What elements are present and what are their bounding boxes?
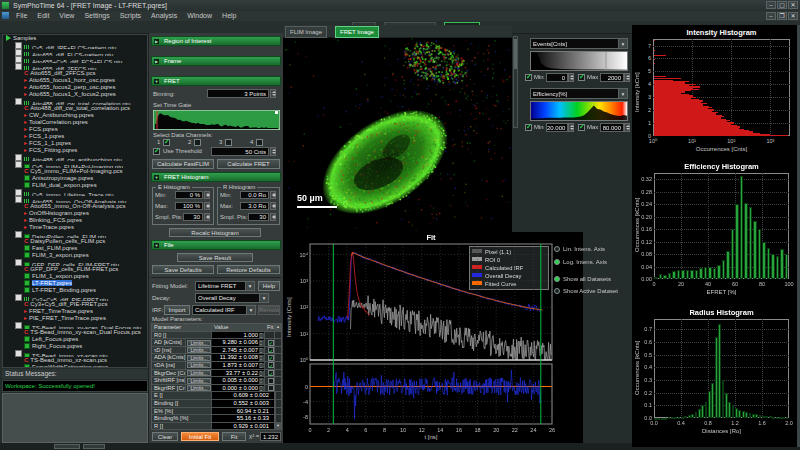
tree-item[interactable]: CCy3+Cy5_diff_PIE-FRET.pcs: [3, 301, 147, 308]
tree-item[interactable]: Atto655_diff_2FFCS.ptu: [3, 63, 147, 70]
maximize-icon[interactable]: ▢: [777, 1, 787, 9]
e-max-stepper[interactable]: [204, 202, 210, 210]
binning-field[interactable]: 3 Points: [207, 89, 269, 98]
menu-window[interactable]: Window: [187, 11, 212, 21]
tree-item[interactable]: ▸TotalCorrelation.pqres: [3, 119, 147, 126]
value-stepper[interactable]: [259, 363, 264, 369]
menu-settings[interactable]: Settings: [84, 11, 109, 21]
r-min-field[interactable]: 0.0 Ro: [240, 191, 269, 199]
calculate-fret-button[interactable]: Calculate FRET: [217, 159, 280, 169]
channel-1-checkbox[interactable]: [163, 139, 170, 146]
help-button[interactable]: Help: [258, 281, 280, 291]
threshold-field[interactable]: 50 Cnts: [211, 147, 269, 156]
fit-checkbox[interactable]: [268, 340, 274, 346]
value-stepper[interactable]: [259, 378, 264, 384]
events-min-stepper[interactable]: [568, 73, 574, 82]
fit-checkbox[interactable]: [268, 362, 274, 368]
menu-edit[interactable]: Edit: [37, 11, 49, 21]
limits-button[interactable]: Limits...: [187, 370, 211, 376]
show-active-dataset-radio[interactable]: [554, 288, 560, 294]
limits-button[interactable]: Limits...: [187, 378, 211, 384]
e-min-field[interactable]: 0 %: [175, 191, 203, 199]
tree-item[interactable]: ▸Atto655_focus1_horz_osc.pqres: [3, 77, 147, 84]
tree-item[interactable]: Atto488_diff_cw_total_correlation.ptu: [3, 98, 147, 105]
tree-item[interactable]: Cy5_diff_IRF+FLCS-pattern.ptu: [3, 42, 147, 49]
tree-item[interactable]: Atto488_diff_cw_antibunching.ptu: [3, 154, 147, 161]
time-gate-graph[interactable]: [153, 110, 280, 130]
efficiency-min-checkbox[interactable]: [525, 124, 532, 131]
tree-item[interactable]: CTS-Bead_immo_xy-scan_Dual Focus.pcs: [3, 329, 147, 336]
expand-box-icon[interactable]: [15, 154, 22, 161]
fit-checkbox[interactable]: [268, 347, 274, 353]
section-file[interactable]: ▼File: [151, 240, 281, 250]
scrollbar[interactable]: [513, 36, 518, 128]
tree-item[interactable]: FLIM_dual_expon.pqres: [3, 182, 147, 189]
efficiency-min-stepper[interactable]: [568, 123, 574, 132]
save-defaults-button[interactable]: Save Defaults: [152, 265, 214, 274]
section-region-of-interest[interactable]: ▶Region of Interest: [151, 36, 281, 46]
limits-button[interactable]: Limits...: [187, 347, 211, 353]
tree-item[interactable]: Cy3+Cy5_diff_PIE-FRET.ptu: [3, 294, 147, 301]
bottom-mini-tab[interactable]: [83, 444, 105, 449]
efficiency-scale-dropdown[interactable]: Efficiency[%]▼: [530, 88, 628, 99]
expand-box-icon[interactable]: [15, 231, 22, 238]
tree-item[interactable]: ▸FCS_Fitting.pqres: [3, 147, 147, 154]
tab-fret-image[interactable]: FRET Image: [335, 26, 379, 38]
expand-box-icon[interactable]: [15, 49, 22, 56]
use-threshold-checkbox[interactable]: [153, 148, 160, 155]
tree-item[interactable]: CGFP_DFP_cells_FLIM-FRET.pcs: [3, 266, 147, 273]
tree-item[interactable]: TS-Bead_immo_xz-scan.ptu: [3, 350, 147, 357]
mdi-restore-icon[interactable]: ❐: [777, 12, 787, 20]
show-all-datasets-radio[interactable]: [554, 276, 560, 282]
r-smpl-field[interactable]: 30: [248, 213, 269, 221]
e-smpl-field[interactable]: 30: [183, 213, 203, 221]
tree-item[interactable]: ▸Blinking_FCS.pqres: [3, 217, 147, 224]
limits-button[interactable]: Limits...: [187, 362, 211, 368]
fitting-model-dropdown[interactable]: Lifetime FRET▼: [195, 281, 255, 291]
tree-item[interactable]: Left_Focus.pqres: [3, 336, 147, 343]
fit-checkbox[interactable]: [268, 378, 274, 384]
fit-checkbox[interactable]: [268, 355, 274, 361]
tree-item[interactable]: FLIM_3_expon.pqres: [3, 252, 147, 259]
tree-item[interactable]: Cy5_immo_Lifetime_Trace.ptu: [3, 189, 147, 196]
value-stepper[interactable]: [259, 355, 264, 361]
irf-remove-button[interactable]: Remove: [258, 305, 280, 315]
tree-item[interactable]: LT-FRET.pqres: [3, 280, 147, 287]
mdi-close-icon[interactable]: ✕: [788, 12, 798, 20]
e-smpl-stepper[interactable]: [204, 213, 210, 221]
restore-defaults-button[interactable]: Restore Defaults: [217, 265, 280, 274]
efficiency-max-field[interactable]: 80.000: [600, 123, 624, 132]
tree-item[interactable]: CCy5_immo_FLIM+Pol-Imaging.pcs: [3, 168, 147, 175]
irf-dropdown[interactable]: Calculated IRF▼: [192, 305, 256, 315]
expand-box-icon[interactable]: [15, 98, 22, 105]
save-result-button[interactable]: Save Result: [177, 253, 253, 262]
value-stepper[interactable]: [259, 348, 264, 354]
tree-item[interactable]: ▸PIE_FRET_TimeTrace.pqres: [3, 315, 147, 322]
lin-axis-radio[interactable]: [554, 246, 560, 252]
scroll-down-icon[interactable]: ▼: [275, 423, 281, 429]
events-max-field[interactable]: 2000: [600, 73, 624, 82]
tree-item[interactable]: ▸FCS_1.pqres: [3, 133, 147, 140]
table-scrollbar[interactable]: ▲▼: [274, 324, 281, 429]
channel-4-checkbox[interactable]: [256, 139, 263, 146]
tree-item[interactable]: Fast_FLIM.pqres: [3, 245, 147, 252]
expand-box-icon[interactable]: [15, 161, 22, 168]
calculate-fastflim-button[interactable]: Calculate FastFLIM: [152, 159, 214, 169]
irf-import-button[interactable]: Import: [164, 305, 190, 315]
channel-2-checkbox[interactable]: [194, 139, 201, 146]
value-stepper[interactable]: [259, 386, 264, 392]
tree-item[interactable]: CAtto488_diff_cw_total_correlation.pcs: [3, 105, 147, 112]
recalc-histogram-button[interactable]: Recalc Histogram: [169, 228, 261, 237]
tree-item[interactable]: TS-Bead_immo_xy-scan_Dual Focus.ptu: [3, 322, 147, 329]
threshold-stepper[interactable]: [270, 147, 276, 156]
tree-item[interactable]: Atto655_diff_FLCS-pattern.ptu: [3, 49, 147, 56]
mdi-minimize-icon[interactable]: –: [766, 12, 776, 20]
tree-item[interactable]: Atto655_immo_On-Off-Analysis.ptu: [3, 196, 147, 203]
value-stepper[interactable]: [259, 340, 264, 346]
tree-item[interactable]: CDaisyPollen_cells_FLIM.pcs: [3, 238, 147, 245]
menu-help[interactable]: Help: [222, 11, 236, 21]
tree-item[interactable]: CAtto655_diff_2FFCS.pcs: [3, 70, 147, 77]
tab-flim-image[interactable]: FLIM Image: [285, 26, 327, 38]
e-max-field[interactable]: 100 %: [175, 202, 203, 210]
section-fret-histogram[interactable]: ▼FRET Histogram: [151, 172, 281, 182]
